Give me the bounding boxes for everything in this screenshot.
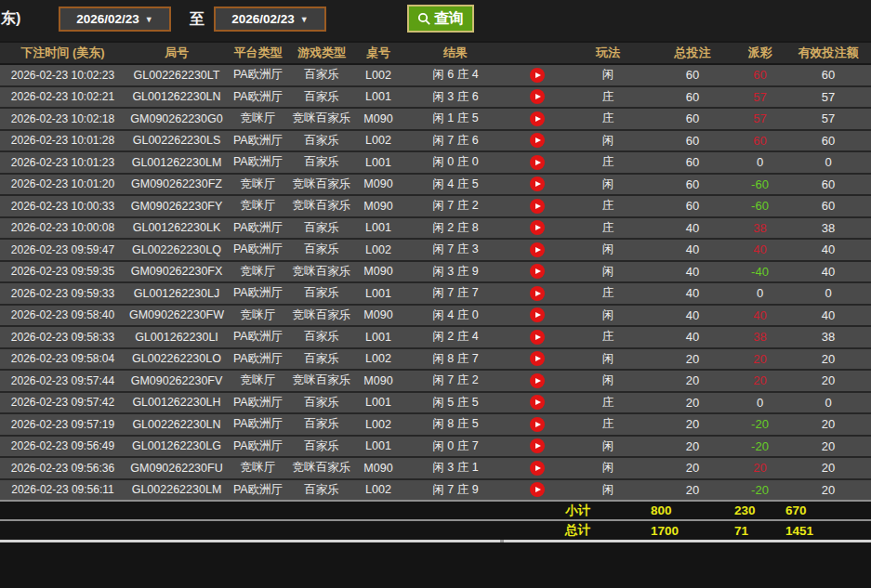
round-id-cell: GL002262230LM bbox=[125, 479, 228, 502]
game-type-cell: 百家乐 bbox=[288, 392, 355, 414]
result-cell: 闲 7 庄 2 bbox=[402, 370, 509, 392]
round-id-cell: GM090262230FX bbox=[125, 261, 228, 283]
platform-type-cell: PA欧洲厅 bbox=[228, 392, 288, 414]
table-no-cell: L001 bbox=[355, 217, 402, 240]
play-method-cell: 闲 bbox=[565, 348, 651, 371]
table-header-row: 下注时间 (美东) 局号 平台类型 游戏类型 桌号 结果 玩法 总投注 派彩 有… bbox=[0, 42, 871, 64]
replay-play-button[interactable] bbox=[530, 220, 545, 235]
replay-cell bbox=[509, 239, 565, 261]
grand-total-total-bet: 1700 bbox=[651, 520, 734, 540]
replay-play-button[interactable] bbox=[530, 176, 545, 191]
table-no-cell: L002 bbox=[355, 348, 402, 371]
replay-cell bbox=[509, 305, 565, 327]
header-total-bet: 总投注 bbox=[651, 42, 734, 64]
round-id-cell: GL002262230LO bbox=[125, 348, 228, 371]
grand-total-valid-bet: 1451 bbox=[785, 520, 871, 540]
game-type-cell: 百家乐 bbox=[288, 130, 355, 152]
bet-time-cell: 2026-02-23 09:56:49 bbox=[0, 436, 125, 458]
replay-play-button[interactable] bbox=[530, 307, 545, 322]
replay-play-button[interactable] bbox=[530, 330, 545, 345]
valid-bet-cell: 0 bbox=[785, 151, 871, 174]
game-type-cell: 百家乐 bbox=[288, 326, 355, 348]
game-type-cell: 竞咪百家乐 bbox=[288, 305, 355, 327]
play-icon bbox=[535, 312, 541, 318]
replay-play-button[interactable] bbox=[530, 395, 545, 410]
valid-bet-cell: 57 bbox=[785, 108, 871, 130]
bet-time-cell: 2026-02-23 10:00:33 bbox=[0, 195, 125, 217]
total-bet-cell: 40 bbox=[651, 305, 734, 327]
valid-bet-cell: 0 bbox=[785, 392, 871, 414]
bet-time-cell: 2026-02-23 09:56:11 bbox=[0, 479, 125, 502]
valid-bet-cell: 20 bbox=[785, 457, 871, 479]
bet-time-cell: 2026-02-23 09:59:47 bbox=[0, 239, 125, 261]
round-id-cell: GL002262230LN bbox=[125, 413, 228, 436]
table-no-cell: M090 bbox=[355, 457, 402, 479]
result-cell: 闲 4 庄 0 bbox=[402, 305, 509, 327]
bet-time-cell: 2026-02-23 10:02:21 bbox=[0, 86, 125, 109]
chevron-down-icon: ▼ bbox=[300, 15, 309, 24]
play-method-cell: 闲 bbox=[565, 261, 651, 283]
platform-type-cell: PA欧洲厅 bbox=[228, 64, 288, 86]
replay-play-button[interactable] bbox=[530, 199, 545, 214]
bet-time-cell: 2026-02-23 10:01:20 bbox=[0, 174, 125, 196]
table-row: 2026-02-23 09:57:42 GL001262230LH PA欧洲厅 … bbox=[0, 392, 871, 414]
total-bet-cell: 40 bbox=[651, 282, 734, 305]
bet-time-cell: 2026-02-23 09:57:19 bbox=[0, 413, 125, 436]
play-method-cell: 庄 bbox=[565, 108, 651, 130]
replay-play-button[interactable] bbox=[530, 286, 545, 301]
replay-play-button[interactable] bbox=[530, 133, 545, 148]
table-row: 2026-02-23 09:56:36 GM090262230FU 竞咪厅 竞咪… bbox=[0, 457, 871, 479]
game-type-cell: 竞咪百家乐 bbox=[288, 108, 355, 130]
date-to-picker[interactable]: 2026/02/23 ▼ bbox=[214, 7, 326, 32]
valid-bet-cell: 20 bbox=[785, 370, 871, 392]
replay-play-button[interactable] bbox=[530, 111, 545, 126]
payout-cell: -20 bbox=[734, 436, 785, 458]
play-method-cell: 闲 bbox=[565, 174, 651, 196]
total-bet-cell: 20 bbox=[651, 436, 734, 458]
valid-bet-cell: 60 bbox=[785, 174, 871, 196]
replay-play-button[interactable] bbox=[530, 68, 545, 83]
total-bet-cell: 60 bbox=[651, 151, 734, 174]
table-row: 2026-02-23 09:58:40 GM090262230FW 竞咪厅 竞咪… bbox=[0, 305, 871, 327]
bet-time-cell: 2026-02-23 09:57:42 bbox=[0, 392, 125, 414]
result-cell: 闲 6 庄 4 bbox=[402, 64, 509, 86]
replay-play-button[interactable] bbox=[530, 417, 545, 432]
result-cell: 闲 4 庄 5 bbox=[402, 174, 509, 196]
replay-cell bbox=[509, 348, 565, 371]
play-method-cell: 闲 bbox=[565, 130, 651, 152]
query-button[interactable]: 查询 bbox=[407, 5, 474, 33]
table-no-cell: L001 bbox=[355, 86, 402, 109]
payout-cell: -60 bbox=[734, 174, 785, 196]
date-from-picker[interactable]: 2026/02/23 ▼ bbox=[59, 7, 171, 32]
result-cell: 闲 0 庄 0 bbox=[402, 151, 509, 174]
replay-play-button[interactable] bbox=[530, 264, 545, 279]
replay-play-button[interactable] bbox=[530, 155, 545, 170]
replay-cell bbox=[509, 436, 565, 458]
round-id-cell: GM090262230FY bbox=[125, 195, 228, 217]
replay-play-button[interactable] bbox=[530, 438, 545, 453]
replay-play-button[interactable] bbox=[530, 242, 545, 257]
platform-type-cell: PA欧洲厅 bbox=[228, 282, 288, 305]
replay-play-button[interactable] bbox=[530, 89, 545, 104]
table-row: 2026-02-23 09:59:47 GL002262230LQ PA欧洲厅 … bbox=[0, 239, 871, 261]
play-icon bbox=[535, 291, 541, 296]
replay-play-button[interactable] bbox=[530, 482, 545, 497]
replay-play-button[interactable] bbox=[530, 351, 545, 366]
total-bet-cell: 60 bbox=[651, 86, 734, 109]
table-no-cell: L002 bbox=[355, 413, 402, 436]
subtotal-row: 小计 800 230 670 bbox=[0, 501, 871, 520]
play-method-cell: 庄 bbox=[565, 86, 651, 109]
round-id-cell: GM090262230G0 bbox=[125, 108, 228, 130]
subtotal-valid-bet: 670 bbox=[785, 501, 871, 520]
play-icon bbox=[535, 399, 541, 405]
date-to-value: 2026/02/23 bbox=[231, 12, 295, 26]
game-type-cell: 竞咪百家乐 bbox=[288, 370, 355, 392]
play-method-cell: 闲 bbox=[565, 479, 651, 502]
replay-play-button[interactable] bbox=[530, 373, 545, 388]
platform-type-cell: 竞咪厅 bbox=[228, 370, 288, 392]
table-row: 2026-02-23 09:59:35 GM090262230FX 竞咪厅 竞咪… bbox=[0, 261, 871, 283]
replay-play-button[interactable] bbox=[530, 461, 545, 476]
game-type-cell: 百家乐 bbox=[288, 348, 355, 371]
play-method-cell: 庄 bbox=[565, 151, 651, 174]
payout-cell: 38 bbox=[734, 326, 785, 348]
